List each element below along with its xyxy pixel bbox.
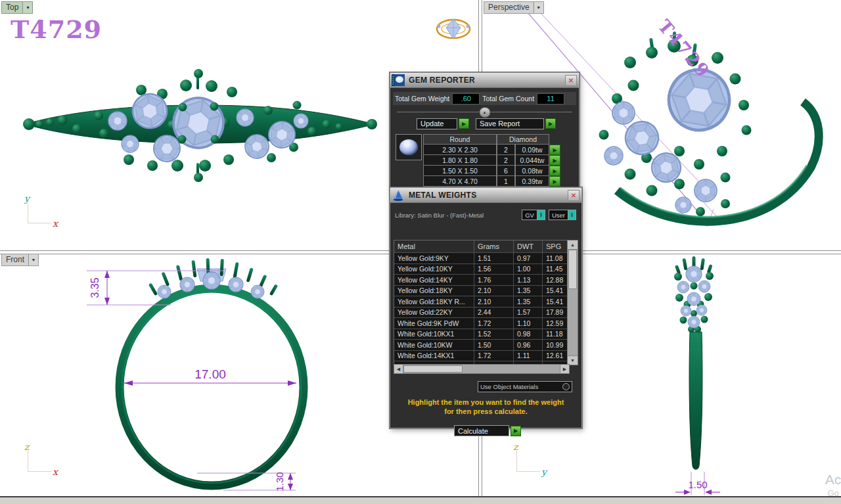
gem-reporter-titlebar[interactable]: GEM REPORTER ✕ [390, 73, 579, 88]
table-row[interactable]: White Gold:10KW1.500.9610.99 [394, 339, 568, 350]
cell-grams: 1.51 [474, 253, 514, 263]
axis-y-label: y [24, 193, 30, 204]
cell-dwt: 1.13 [514, 275, 543, 285]
use-object-materials-toggle[interactable]: Use Object Materials [478, 381, 572, 392]
table-row[interactable]: Yellow Gold:9KY1.510.9711.08 [394, 252, 568, 263]
cell-size: 1.50 X 1.50 [423, 166, 497, 176]
axis-x-label: x [53, 218, 58, 229]
svg-text:3.35: 3.35 [89, 277, 101, 298]
close-icon[interactable]: ✕ [568, 190, 580, 201]
activation-watermark-line1: Act [825, 472, 841, 488]
row-run-icon[interactable]: ▶ [549, 176, 560, 187]
axis-z-label: z [513, 442, 518, 452]
tab-label: Perspective [484, 2, 534, 13]
metal-table-header: Metal Grams DWT SPG [394, 241, 568, 252]
cell-spg: 11.45 [543, 264, 568, 275]
scroll-up-icon[interactable]: ▲ [568, 241, 578, 250]
cell-spg: 17.89 [543, 308, 568, 318]
table-row[interactable]: Yellow Gold:22KY2.441.5717.89 [394, 307, 568, 318]
cell-dwt: 1.35 [514, 286, 543, 296]
chevron-down-icon[interactable]: ▼ [534, 2, 543, 13]
cell-metal: Yellow Gold:10KY [394, 264, 474, 275]
cell-spg: 12.88 [543, 275, 568, 285]
scroll-left-icon[interactable]: ◀ [394, 365, 403, 373]
cell-spg: 11.18 [543, 329, 568, 340]
gold-ring-icon [437, 19, 470, 39]
table-row[interactable]: Yellow Gold:10KY1.561.0011.45 [394, 263, 568, 275]
radio-icon[interactable] [562, 383, 570, 390]
cell-grams: 1.72 [474, 318, 514, 329]
user-indicator: I [568, 210, 576, 219]
horizontal-scrollbar[interactable]: ◀ ▶ [394, 364, 570, 374]
collapse-toggle-icon[interactable]: ▲ [479, 107, 490, 118]
metal-weights-icon [391, 189, 405, 202]
collapse-divider: ▲ [393, 107, 576, 116]
cell-dwt: 0.97 [514, 253, 543, 263]
table-row[interactable]: Yellow Gold:14KY1.761.1312.88 [394, 274, 568, 285]
scrollbar-thumb[interactable] [568, 250, 577, 289]
round-gem-image [399, 139, 418, 155]
save-report-button[interactable]: Save Report [476, 118, 544, 129]
tab-front-view[interactable]: Front ▼ [1, 254, 39, 266]
cell-spg: 15.41 [543, 296, 568, 307]
table-row[interactable]: White Gold:14KX11.721.1112.61 [394, 350, 568, 361]
gem-totals-row: Total Gem Weight .60 Total Gem Count 11 [393, 92, 576, 105]
axis-x-label: x [53, 467, 58, 477]
metal-table: Metal Grams DWT SPG Yellow Gold:9KY1.510… [394, 240, 578, 373]
close-icon[interactable]: ✕ [565, 75, 577, 86]
row-run-icon[interactable]: ▶ [549, 166, 560, 176]
cell-spg: 12.59 [543, 318, 568, 329]
gem-shape-header: Round [423, 134, 497, 145]
tab-label: Top [2, 2, 22, 13]
total-gem-count-label: Total Gem Count [482, 95, 534, 103]
table-row[interactable]: Yellow Gold:18KY R...2.101.3515.41 [394, 296, 568, 307]
cell-grams: 1.72 [474, 351, 514, 361]
cell-grams: 1.52 [474, 329, 514, 340]
gem-type-header: Diamond [497, 134, 549, 145]
library-label: Library: Satin Blur - (Fast)-Metal [395, 212, 484, 219]
cell-weight: 0.044tw [515, 155, 549, 166]
calculate-run-icon[interactable]: ▶ [511, 426, 521, 436]
panel-title: GEM REPORTER [409, 76, 475, 85]
cell-size: 4.70 X 4.70 [423, 176, 497, 187]
chevron-down-icon[interactable]: ▼ [22, 2, 32, 13]
total-gem-weight-value: .60 [452, 93, 480, 104]
axis-indicator-right: z y [507, 446, 541, 480]
table-row[interactable]: White Gold:10KX11.520.9811.18 [394, 329, 568, 340]
update-button[interactable]: Update [417, 118, 457, 129]
user-toggle-button[interactable]: User I [549, 210, 576, 220]
row-run-icon[interactable]: ▶ [549, 145, 560, 155]
row-run-icon[interactable]: ▶ [549, 155, 560, 166]
cell-count: 2 [497, 155, 515, 166]
save-report-run-icon[interactable]: ▶ [545, 118, 556, 129]
gv-toggle-button[interactable]: GV I [522, 210, 545, 220]
vertical-scrollbar[interactable]: ▲ ▼ [567, 240, 578, 365]
table-row[interactable]: White Gold:9K PdW1.721.1012.59 [394, 317, 568, 329]
calculate-button[interactable]: Calculate [454, 425, 509, 436]
cell-weight: 0.39tw [515, 176, 549, 187]
tab-perspective-view[interactable]: Perspective ▼ [484, 1, 544, 14]
dimension-shank-width: 1.50 [675, 472, 720, 495]
table-row[interactable]: 4.70 X 4.70 1 0.39tw ▶ [423, 176, 560, 187]
cell-dwt: 1.10 [514, 318, 543, 329]
scroll-right-icon[interactable]: ▶ [560, 365, 569, 373]
table-row[interactable]: 1.80 X 1.80 2 0.044tw ▶ [423, 155, 560, 166]
cell-metal: Yellow Gold:18KY [394, 286, 474, 296]
metal-weights-titlebar[interactable]: METAL WEIGHTS ✕ [390, 188, 581, 203]
chevron-down-icon[interactable]: ▼ [28, 254, 38, 265]
cell-count: 6 [497, 166, 515, 176]
gem-thumbnail[interactable] [396, 134, 422, 160]
tab-top-view[interactable]: Top ▼ [1, 1, 33, 14]
scrollbar-thumb[interactable] [403, 365, 463, 373]
model-code-label: T4729 [11, 14, 102, 44]
model-code-label: T4729 [654, 16, 714, 82]
cell-spg: 12.61 [543, 351, 568, 361]
scroll-down-icon[interactable]: ▼ [568, 355, 578, 365]
cell-metal: White Gold:10KX1 [394, 329, 474, 340]
table-row[interactable]: Yellow Gold:18KY2.101.3515.41 [394, 285, 568, 296]
total-gem-count-value: 11 [537, 93, 564, 104]
metal-weights-panel: METAL WEIGHTS ✕ Library: Satin Blur - (F… [390, 187, 582, 428]
table-row[interactable]: 2.30 X 2.30 2 0.09tw ▶ [423, 145, 560, 155]
table-row[interactable]: 1.50 X 1.50 6 0.08tw ▶ [423, 166, 560, 176]
update-run-icon[interactable]: ▶ [459, 118, 469, 129]
